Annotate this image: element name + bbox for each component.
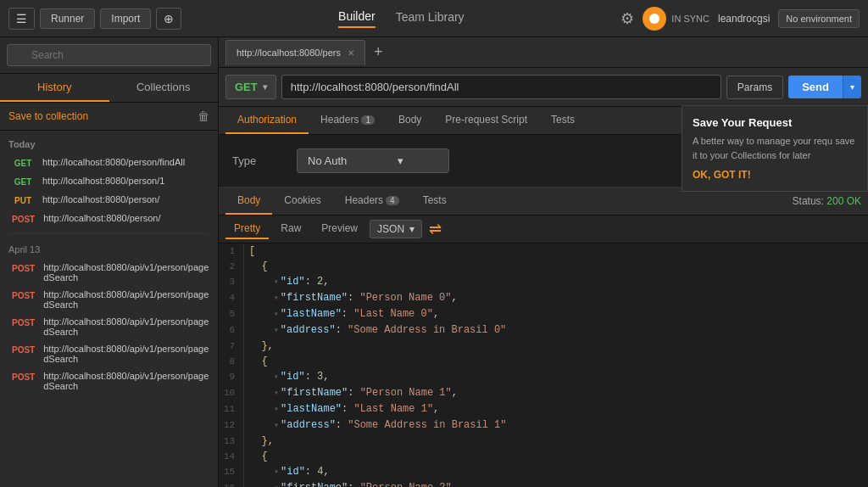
top-nav: Builder Team Library [188, 9, 614, 28]
wrap-icon[interactable]: ⇌ [429, 220, 442, 238]
format-pretty[interactable]: Pretty [225, 219, 269, 239]
json-line: 5 ▾"lastName": "Last Name 0", [219, 306, 868, 322]
json-line: 9 ▾"id": 3, [219, 369, 868, 385]
line-content: ▾"address": "Some Address in Brasil 0" [249, 322, 506, 339]
auth-type-value: No Auth [308, 154, 347, 167]
tab-authorization[interactable]: Authorization [225, 107, 309, 134]
top-bar: ☰ Runner Import ⊕ Builder Team Library ⚙… [0, 0, 868, 37]
line-number: 4 [219, 290, 244, 306]
search-input[interactable] [7, 44, 211, 66]
top-bar-left: ☰ Runner Import ⊕ [8, 8, 181, 30]
method-badge: POST [8, 317, 38, 328]
json-editor[interactable]: 1[2 {3 ▾"id": 2,4 ▾"firstName": "Person … [219, 244, 868, 487]
tab-headers[interactable]: Headers1 [309, 107, 387, 134]
json-line: 11 ▾"lastName": "Last Name 1", [219, 401, 868, 417]
list-item[interactable]: POSThttp://localhost:8080/api/v1/person/… [8, 286, 209, 313]
runner-button[interactable]: Runner [40, 8, 95, 29]
sync-indicator: IN SYNC [643, 7, 709, 31]
method-dropdown[interactable]: GET ▾ [225, 75, 276, 99]
line-number: 15 [219, 464, 244, 480]
send-button-group: Send ▾ [788, 76, 861, 98]
resp-tab-tests[interactable]: Tests [411, 188, 459, 215]
import-button[interactable]: Import [100, 8, 151, 29]
list-item[interactable]: POSThttp://localhost:8080/api/v1/person/… [8, 313, 209, 340]
resp-tab-cookies[interactable]: Cookies [272, 188, 332, 215]
builder-tab[interactable]: Builder [338, 9, 376, 28]
resp-tab-headers[interactable]: Headers4 [333, 188, 411, 215]
url-tab[interactable]: http://localhost:8080/pers ✕ [225, 40, 365, 65]
environment-dropdown[interactable]: No environment [778, 9, 860, 28]
line-content: ▾"lastName": "Last Name 1", [249, 401, 439, 417]
list-item[interactable]: POSThttp://localhost:8080/api/v1/person/… [8, 367, 209, 395]
list-item[interactable]: POSThttp://localhost:8080/api/v1/person/… [8, 340, 209, 367]
history-url: http://localhost:8080/api/v1/person/page… [43, 371, 209, 391]
params-button[interactable]: Params [726, 76, 783, 99]
format-type-dropdown[interactable]: JSON ▾ [370, 220, 422, 238]
collections-tab[interactable]: Collections [109, 74, 219, 102]
team-library-tab[interactable]: Team Library [396, 10, 465, 27]
request-panel: http://localhost:8080/pers ✕ + GET ▾ Par… [219, 37, 868, 487]
add-tab-button[interactable]: + [365, 43, 392, 61]
search-wrapper: 🔍 [7, 44, 211, 66]
method-badge: POST [8, 263, 38, 274]
send-button[interactable]: Send [788, 76, 843, 98]
json-line: 15 ▾"id": 4, [219, 464, 868, 480]
line-number: 9 [219, 369, 244, 385]
new-request-button[interactable]: ⊕ [156, 8, 181, 30]
list-item[interactable]: POSThttp://localhost:8080/api/v1/person/… [8, 259, 209, 286]
gear-icon[interactable]: ⚙ [620, 9, 634, 28]
sync-dot [643, 7, 666, 31]
user-label[interactable]: leandrocgsi [718, 13, 770, 25]
save-to-collection-link[interactable]: Save to collection [8, 110, 88, 122]
trash-icon[interactable]: 🗑 [198, 109, 209, 123]
today-label: Today [8, 131, 209, 154]
list-item[interactable]: GEThttp://localhost:8080/person/findAll [8, 154, 209, 172]
line-number: 13 [219, 434, 244, 449]
method-badge: GET [8, 158, 37, 169]
today-history-list: GEThttp://localhost:8080/person/findAllG… [8, 154, 209, 228]
list-item[interactable]: PUThttp://localhost:8080/person/ [8, 191, 209, 210]
line-content: { [249, 449, 268, 464]
auth-type-dropdown[interactable]: No Auth ▾ [297, 148, 449, 173]
json-line: 4 ▾"firstName": "Person Name 0", [219, 290, 868, 306]
history-url: http://localhost:8080/api/v1/person/page… [43, 289, 209, 310]
format-preview[interactable]: Preview [313, 219, 366, 239]
send-dropdown-button[interactable]: ▾ [843, 76, 861, 98]
line-content: ▾"lastName": "Last Name 0", [249, 306, 439, 322]
line-number: 1 [219, 244, 244, 259]
history-url: http://localhost:8080/person/findAll [42, 157, 185, 167]
ok-got-it-button[interactable]: OK, GOT IT! [693, 169, 751, 181]
json-line: 10 ▾"firstName": "Person Name 1", [219, 385, 868, 401]
line-content: [ [249, 244, 255, 259]
line-number: 7 [219, 339, 244, 354]
url-tab-label: http://localhost:8080/pers [236, 48, 341, 58]
save-banner-text: A better way to manage your requ save it… [693, 134, 857, 162]
sidebar-toggle-button[interactable]: ☰ [8, 8, 35, 30]
url-input[interactable] [281, 75, 721, 99]
chevron-down-icon: ▾ [409, 223, 415, 235]
sidebar-actions: Save to collection 🗑 [0, 103, 218, 131]
line-content: ▾"id": 3, [249, 369, 329, 385]
format-raw[interactable]: Raw [272, 219, 309, 239]
history-tab[interactable]: History [0, 74, 109, 102]
json-line: 16 ▾"firstName": "Person Name 2", [219, 480, 868, 487]
method-badge: POST [8, 344, 38, 355]
close-tab-icon[interactable]: ✕ [348, 48, 354, 58]
list-item[interactable]: POSThttp://localhost:8080/person/ [8, 210, 209, 228]
line-number: 6 [219, 322, 244, 339]
json-line: 12 ▾"address": "Some Address in Brasil 1… [219, 417, 868, 434]
method-badge: POST [8, 372, 38, 383]
json-line: 8 { [219, 354, 868, 369]
tab-body[interactable]: Body [387, 107, 433, 134]
resp-tab-body[interactable]: Body [225, 188, 272, 215]
list-item[interactable]: GEThttp://localhost:8080/person/1 [8, 172, 209, 191]
history-url: http://localhost:8080/person/ [42, 194, 159, 204]
sidebar-tabs: History Collections [0, 74, 218, 103]
save-banner-title: Save Your Request [693, 116, 857, 129]
april13-label: April 13 [8, 233, 209, 259]
line-number: 8 [219, 354, 244, 369]
sync-dot-inner [649, 14, 659, 24]
tab-tests[interactable]: Tests [539, 107, 587, 134]
line-content: ▾"firstName": "Person Name 0", [249, 290, 458, 306]
tab-prerequest[interactable]: Pre-request Script [433, 107, 539, 134]
